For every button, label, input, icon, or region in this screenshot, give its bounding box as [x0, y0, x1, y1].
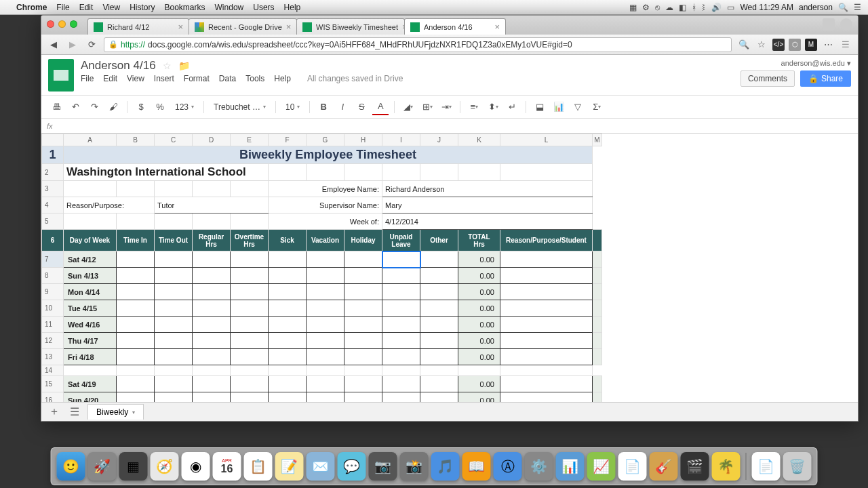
cell[interactable]	[193, 251, 231, 268]
cell[interactable]	[193, 349, 231, 365]
cell[interactable]	[344, 349, 382, 365]
row-header[interactable]: 11	[42, 317, 64, 333]
functions-icon[interactable]: Σ ▾	[589, 99, 605, 115]
cell[interactable]	[500, 349, 593, 365]
cell[interactable]	[193, 284, 231, 300]
row-header[interactable]: 7	[42, 251, 64, 268]
spotlight-icon[interactable]: 🔍	[838, 3, 848, 12]
day-cell[interactable]: Sat 4/19	[64, 376, 117, 392]
finder-icon[interactable]: 🙂	[57, 452, 85, 481]
menu-file[interactable]: File	[81, 74, 94, 83]
row-header[interactable]: 10	[42, 300, 64, 317]
day-cell[interactable]: Tue 4/15	[64, 300, 117, 317]
cell[interactable]	[155, 317, 193, 333]
menubar-icon[interactable]: ⎋	[655, 3, 660, 12]
menu-help[interactable]: Help	[274, 74, 291, 83]
row-header[interactable]: 4	[42, 197, 64, 214]
cell[interactable]	[231, 268, 269, 284]
row-header[interactable]: 13	[42, 349, 64, 365]
format-currency[interactable]: $	[133, 99, 149, 115]
week-of-value[interactable]: 4/12/2014	[382, 214, 593, 230]
cell[interactable]	[193, 268, 231, 284]
row-header[interactable]: 8	[42, 268, 64, 284]
cell[interactable]	[382, 392, 420, 403]
cell[interactable]	[420, 300, 458, 317]
star-icon[interactable]: ☆	[755, 38, 768, 52]
cell[interactable]	[231, 365, 269, 376]
mail-icon[interactable]: ✉️	[307, 452, 335, 481]
cell[interactable]	[193, 365, 231, 376]
chart-icon[interactable]: 📊	[551, 99, 567, 115]
cell[interactable]	[382, 251, 420, 268]
day-cell[interactable]: Sat 4/12	[64, 251, 117, 268]
cell[interactable]	[155, 284, 193, 300]
cell[interactable]	[593, 349, 602, 365]
cell[interactable]	[117, 333, 155, 349]
cell[interactable]	[382, 284, 420, 300]
cell[interactable]	[382, 349, 420, 365]
table-header[interactable]: Vacation	[307, 230, 344, 251]
table-header[interactable]: Holiday	[344, 230, 382, 251]
cell[interactable]	[420, 317, 458, 333]
table-header[interactable]: Sick	[269, 230, 307, 251]
cell[interactable]	[117, 365, 155, 376]
mac-menu-view[interactable]: View	[102, 3, 120, 12]
col-header[interactable]: D	[193, 134, 231, 146]
volume-icon[interactable]: 🔊	[711, 3, 722, 12]
cell[interactable]	[382, 317, 420, 333]
cell[interactable]	[382, 300, 420, 317]
row-header[interactable]: 1	[42, 146, 64, 164]
browser-tab[interactable]: Anderson 4/16×	[404, 18, 506, 35]
total-cell[interactable]: 0.00	[458, 317, 500, 333]
cell[interactable]	[231, 300, 269, 317]
document-title[interactable]: Anderson 4/16	[81, 59, 156, 73]
italic-icon[interactable]: I	[334, 99, 351, 115]
user-email[interactable]: anderson@wis.edu ▾	[781, 59, 851, 68]
cell[interactable]	[269, 349, 307, 365]
col-header[interactable]: H	[344, 134, 382, 146]
merge-icon[interactable]: ⇥▾	[438, 99, 454, 115]
menubar-icon[interactable]: ▦	[629, 3, 637, 12]
menubar-icon[interactable]: ⚙	[642, 3, 650, 12]
cell[interactable]	[500, 164, 593, 181]
document-icon[interactable]: 📄	[752, 452, 781, 481]
cell[interactable]	[155, 333, 193, 349]
cell[interactable]	[269, 251, 307, 268]
cell[interactable]	[155, 349, 193, 365]
tab-close-icon[interactable]: ×	[494, 22, 500, 32]
font-select[interactable]: Trebuchet … ▾	[210, 101, 270, 113]
folder-icon[interactable]: 📁	[178, 60, 190, 71]
cell[interactable]	[307, 164, 344, 181]
day-cell[interactable]: Sun 4/13	[64, 268, 117, 284]
browser-tab[interactable]: Richard 4/12×	[87, 18, 189, 35]
cell[interactable]	[269, 300, 307, 317]
cell[interactable]	[269, 317, 307, 333]
photobooth-icon[interactable]: 📸	[400, 452, 429, 481]
link-icon[interactable]: ⬓	[532, 99, 548, 115]
font-size-select[interactable]: 10 ▾	[281, 101, 304, 113]
cell[interactable]	[231, 376, 269, 392]
window-minimize[interactable]	[58, 20, 66, 28]
cell[interactable]	[193, 376, 231, 392]
cell[interactable]	[420, 251, 458, 268]
cell[interactable]	[344, 376, 382, 392]
cell[interactable]	[117, 349, 155, 365]
cell[interactable]	[420, 268, 458, 284]
day-cell[interactable]: Mon 4/14	[64, 284, 117, 300]
window-zoom[interactable]	[70, 20, 77, 28]
cell[interactable]	[500, 376, 593, 392]
week-of-label[interactable]: Week of:	[269, 214, 382, 230]
bold-icon[interactable]: B	[315, 99, 332, 115]
col-header[interactable]: F	[269, 134, 307, 146]
cell[interactable]	[231, 214, 269, 230]
cell[interactable]	[593, 230, 602, 251]
table-header[interactable]: UnpaidLeave	[382, 230, 420, 251]
table-header[interactable]: Reason/Purpose/Student	[500, 230, 593, 251]
cell[interactable]	[269, 268, 307, 284]
total-cell[interactable]: 0.00	[458, 251, 500, 268]
cell[interactable]	[593, 392, 602, 403]
reason-label[interactable]: Reason/Purpose:	[64, 197, 155, 214]
cell[interactable]	[593, 317, 602, 333]
ibooks-icon[interactable]: 📖	[462, 452, 491, 481]
tab-close-icon[interactable]: ×	[178, 22, 183, 32]
